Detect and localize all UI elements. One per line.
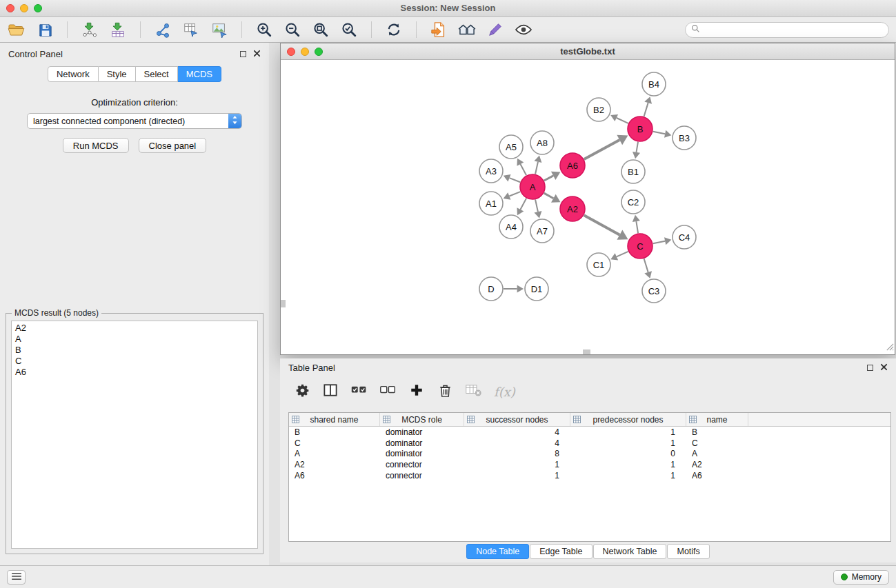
- graph-edge-A-A7[interactable]: [535, 200, 538, 212]
- search-input[interactable]: [704, 25, 883, 34]
- column-header-mcds-role[interactable]: MCDS role: [380, 413, 464, 426]
- table-row[interactable]: Adominator80A: [289, 449, 890, 460]
- table-row[interactable]: A6connector11A6: [289, 470, 890, 481]
- graph-edge-A2-C[interactable]: [584, 215, 620, 235]
- graph-node-C4[interactable]: C4: [673, 225, 696, 249]
- table-cell[interactable]: 1: [570, 471, 686, 480]
- control-tab-select[interactable]: Select: [136, 66, 178, 82]
- table-cell[interactable]: 1: [570, 460, 686, 469]
- graph-edge-A-A1[interactable]: [509, 192, 520, 196]
- memory-button[interactable]: Memory: [833, 570, 889, 585]
- unselect-all-rows-button[interactable]: [379, 383, 397, 401]
- graph-node-B2[interactable]: B2: [587, 98, 610, 121]
- table-cell[interactable]: connector: [380, 460, 464, 469]
- table-cell[interactable]: A2: [686, 460, 748, 469]
- table-cell[interactable]: A6: [289, 471, 380, 480]
- column-header-successor-nodes[interactable]: successor nodes: [464, 413, 570, 426]
- graph-edge-A-A5[interactable]: [520, 164, 526, 175]
- zoom-fit-button[interactable]: [311, 20, 330, 39]
- create-column-button[interactable]: [408, 383, 425, 401]
- table-settings-button[interactable]: [294, 383, 310, 401]
- table-cell[interactable]: 0: [570, 449, 686, 458]
- table-tab-network-table[interactable]: Network Table: [593, 544, 667, 559]
- table-cell[interactable]: A: [289, 449, 380, 458]
- save-session-button[interactable]: [35, 20, 54, 39]
- graph-node-D[interactable]: D: [479, 277, 503, 301]
- mcds-result-list[interactable]: A2ABCA6: [11, 321, 258, 549]
- delete-columns-button[interactable]: [437, 383, 453, 401]
- dropdown-stepper[interactable]: [228, 113, 241, 129]
- control-tab-network[interactable]: Network: [48, 66, 99, 82]
- table-cell[interactable]: dominator: [380, 427, 464, 437]
- open-session-button[interactable]: [7, 20, 26, 39]
- graph-edge-A-A6[interactable]: [544, 176, 553, 181]
- graph-node-B1[interactable]: B1: [621, 160, 645, 183]
- zoom-out-button[interactable]: [283, 20, 302, 39]
- graph-node-A[interactable]: A: [520, 174, 545, 199]
- export-image-button[interactable]: [210, 20, 229, 39]
- graph-edge-A-A3[interactable]: [510, 178, 521, 182]
- graph-edge-B-B3[interactable]: [653, 132, 666, 134]
- table-row[interactable]: Cdominator41C: [289, 438, 890, 449]
- graph-node-B3[interactable]: B3: [673, 126, 696, 150]
- network-close-button[interactable]: [287, 48, 295, 56]
- column-header-shared-name[interactable]: shared name: [289, 413, 380, 426]
- table-cell[interactable]: B: [686, 427, 748, 437]
- table-cell[interactable]: A: [686, 449, 748, 458]
- close-window-button[interactable]: [6, 4, 14, 12]
- table-cell[interactable]: A2: [289, 460, 380, 469]
- import-network-from-file-button[interactable]: [80, 20, 99, 39]
- network-zoom-button[interactable]: [315, 48, 323, 56]
- graph-node-C[interactable]: C: [628, 234, 653, 258]
- column-header-name[interactable]: name: [686, 413, 748, 426]
- graph-edge-A-A4[interactable]: [520, 199, 526, 210]
- horizontal-scrollbar-thumb[interactable]: [583, 349, 590, 354]
- table-cell[interactable]: 1: [570, 438, 686, 448]
- graph-node-C2[interactable]: C2: [621, 190, 645, 214]
- run-mcds-button[interactable]: Run MCDS: [63, 138, 129, 153]
- table-row[interactable]: A2connector11A2: [289, 459, 890, 470]
- control-tab-style[interactable]: Style: [99, 66, 136, 82]
- import-table-from-file-button[interactable]: [108, 20, 128, 39]
- show-graphics-details-button[interactable]: [514, 20, 533, 39]
- graph-edge-C-C2[interactable]: [636, 221, 638, 233]
- graph-node-A8[interactable]: A8: [530, 131, 554, 154]
- graph-edge-C-C4[interactable]: [653, 241, 666, 244]
- table-row[interactable]: Bdominator41B: [289, 427, 890, 438]
- graph-edge-C-C1[interactable]: [617, 252, 628, 257]
- table-panel-close-button[interactable]: [880, 361, 888, 374]
- graph-node-A2[interactable]: A2: [560, 196, 585, 221]
- graph-edge-A-A2[interactable]: [544, 193, 554, 199]
- close-panel-button[interactable]: Close panel: [139, 138, 207, 153]
- graph-node-B4[interactable]: B4: [642, 72, 666, 96]
- resize-grip-icon[interactable]: [885, 341, 894, 354]
- apply-layout-button[interactable]: [384, 20, 404, 39]
- table-cell[interactable]: 1: [464, 460, 570, 469]
- table-cell[interactable]: 1: [570, 427, 686, 437]
- table-cell[interactable]: 8: [464, 449, 570, 458]
- mcds-result-item[interactable]: C: [12, 356, 257, 367]
- show-panel-menu-button[interactable]: [7, 570, 26, 585]
- network-canvas[interactable]: B4B2BB3A5A8A6B1A3AC2A1A2A4A7C4CC1C3DD1: [281, 61, 895, 354]
- graph-node-D1[interactable]: D1: [525, 277, 548, 301]
- network-minimize-button[interactable]: [301, 48, 309, 56]
- table-cell[interactable]: 4: [464, 438, 570, 448]
- table-cell[interactable]: connector: [380, 471, 464, 480]
- table-cell[interactable]: C: [686, 438, 748, 448]
- optimization-criterion-dropdown[interactable]: largest connected component (directed): [27, 113, 242, 129]
- graph-node-A3[interactable]: A3: [479, 159, 503, 183]
- graph-edge-C-C3[interactable]: [644, 258, 648, 272]
- graph-edge-A6-B[interactable]: [584, 140, 620, 159]
- graph-node-A6[interactable]: A6: [560, 153, 585, 178]
- table-cell[interactable]: C: [289, 438, 380, 448]
- vertical-scrollbar-thumb[interactable]: [281, 300, 286, 307]
- export-network-button[interactable]: [429, 20, 448, 39]
- table-cell[interactable]: dominator: [380, 449, 464, 458]
- table-tab-edge-table[interactable]: Edge Table: [530, 544, 592, 559]
- graph-edge-B-B1[interactable]: [637, 142, 638, 152]
- graph-node-A7[interactable]: A7: [530, 219, 554, 243]
- style-tool-button[interactable]: [486, 20, 505, 39]
- show-columns-button[interactable]: [322, 383, 339, 401]
- graph-edge-B-B4[interactable]: [644, 103, 648, 116]
- zoom-in-button[interactable]: [255, 20, 274, 39]
